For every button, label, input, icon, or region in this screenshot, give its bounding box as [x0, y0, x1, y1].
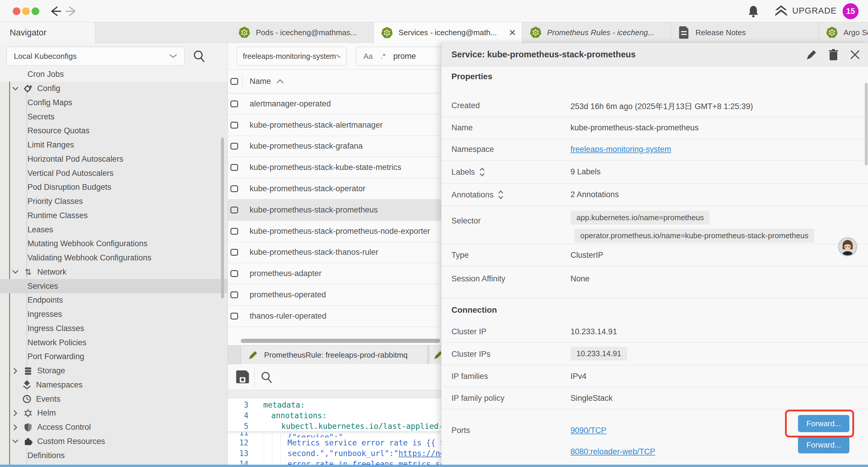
sidebar-item-mutating-webhook-configurations[interactable]: Mutating Webhook Configurations: [0, 237, 228, 251]
toolbar-divider: [254, 367, 255, 387]
navigator-panel-tab[interactable]: Navigator: [0, 22, 95, 43]
service-row[interactable]: kube-prometheus-stack-alertmanager: [228, 115, 441, 136]
service-row[interactable]: kube-prometheus-stack-kube-state-metrics: [228, 157, 441, 178]
close-tab-icon[interactable]: ✕: [509, 28, 516, 38]
name-column-header[interactable]: Name: [250, 77, 271, 86]
row-checkbox[interactable]: [230, 313, 238, 320]
row-checkbox[interactable]: [230, 228, 238, 235]
panel-scrollbar[interactable]: [865, 83, 868, 166]
service-row[interactable]: kube-prometheus-stack-operator: [228, 178, 441, 200]
sidebar-item-secrets[interactable]: Secrets: [0, 110, 228, 124]
edit-pencil-icon[interactable]: [806, 49, 817, 60]
service-row-selected[interactable]: kube-prometheus-stack-prometheus: [228, 200, 441, 221]
service-row[interactable]: prometheus-operated: [228, 284, 441, 305]
sidebar-item-vertical-pod-autoscalers[interactable]: Vertical Pod Autoscalers: [0, 166, 228, 180]
editor-tab-partial[interactable]: [429, 346, 441, 364]
tab-argo[interactable]: Argo Se: [819, 22, 868, 43]
trash-icon[interactable]: [829, 49, 838, 60]
kubernetes-icon: [529, 26, 542, 39]
port-link-9090[interactable]: 9090/TCP: [570, 426, 607, 435]
sidebar-item-ingresses[interactable]: Ingresses: [0, 308, 228, 322]
detail-panel-body: Properties Created 253d 16h 6m ago (2025…: [441, 66, 868, 467]
sidebar-item-services[interactable]: Services: [0, 279, 228, 293]
forward-port-button-8080[interactable]: Forward...: [798, 436, 849, 454]
sidebar-item-cron-jobs[interactable]: Cron Jobs: [0, 67, 228, 82]
maximize-window-button[interactable]: [32, 7, 39, 15]
sidebar-item-access-control[interactable]: Access Control: [0, 420, 228, 435]
close-window-button[interactable]: [13, 7, 20, 15]
match-case-toggle[interactable]: Aa: [363, 52, 373, 61]
service-row[interactable]: kube-prometheus-stack-thanos-ruler: [228, 242, 441, 263]
minimize-window-button[interactable]: [22, 7, 30, 15]
expand-collapse-icon[interactable]: [498, 190, 504, 200]
regex-toggle[interactable]: .*: [380, 52, 385, 61]
sidebar-item-network[interactable]: ⇅ Network: [0, 265, 228, 279]
sidebar-item-validating-webhook-configurations[interactable]: Validating Webhook Configurations: [0, 251, 228, 265]
service-row[interactable]: prometheus-adapter: [228, 263, 441, 284]
sidebar-item-priority-classes[interactable]: Priority Classes: [0, 195, 228, 209]
assistant-avatar[interactable]: [838, 237, 857, 257]
upgrade-button[interactable]: UPGRADE: [775, 5, 837, 17]
expand-collapse-icon[interactable]: [479, 167, 485, 177]
notifications-bell-icon[interactable]: [747, 5, 759, 18]
close-panel-icon[interactable]: [850, 50, 860, 60]
service-row[interactable]: kube-prometheus-stack-grafana: [228, 136, 441, 157]
sidebar-item-config-maps[interactable]: Config Maps: [0, 96, 228, 110]
port-link-8080[interactable]: 8080:reloader-web/TCP: [570, 447, 655, 456]
sidebar-item-network-policies[interactable]: Network Policies: [0, 335, 228, 350]
search-icon[interactable]: [193, 49, 206, 63]
sidebar-item-ingress-classes[interactable]: Ingress Classes: [0, 322, 228, 336]
horizontal-scrollbar[interactable]: [241, 339, 440, 343]
sidebar-item-helm[interactable]: Helm: [0, 406, 228, 420]
namespace-link[interactable]: freeleaps-monitoring-system: [570, 145, 671, 154]
sidebar-item-config[interactable]: Config: [0, 82, 228, 96]
row-checkbox[interactable]: [230, 164, 238, 171]
code-line: 5kubectl.kubernetes.io/last-applied-conf…: [228, 421, 441, 432]
back-arrow-icon[interactable]: [49, 5, 61, 17]
forward-arrow-icon[interactable]: [66, 5, 78, 17]
sidebar-item-pod-disruption-budgets[interactable]: Pod Disruption Budgets: [0, 180, 228, 195]
row-checkbox[interactable]: [230, 291, 238, 298]
row-checkbox[interactable]: [230, 185, 238, 192]
kubernetes-icon: [238, 26, 251, 39]
select-all-checkbox[interactable]: [230, 78, 238, 85]
editor-search-icon[interactable]: [260, 371, 273, 384]
service-row[interactable]: kube-prometheus-stack-prometheus-node-ex…: [228, 221, 441, 242]
service-row[interactable]: alertmanager-operated: [228, 93, 441, 115]
list-search-input[interactable]: Aa .* prome: [356, 47, 441, 66]
tab-release-notes[interactable]: Release Notes: [671, 22, 819, 43]
row-checkbox[interactable]: [230, 270, 238, 277]
row-checkbox[interactable]: [230, 143, 238, 150]
tab-pods[interactable]: Pods - icecheng@mathmas...: [231, 22, 374, 43]
sidebar-scrollbar[interactable]: [221, 138, 224, 298]
sidebar-item-definitions[interactable]: Definitions: [0, 448, 228, 463]
profile-badge[interactable]: 15: [843, 3, 859, 19]
row-checkbox[interactable]: [230, 100, 238, 107]
sidebar-item-leases[interactable]: Leases: [0, 223, 228, 237]
sidebar-item-limit-ranges[interactable]: Limit Ranges: [0, 138, 228, 152]
yaml-editor[interactable]: 3metadata: 4annotations: 5kubectl.kubern…: [228, 399, 441, 467]
detail-row-selector: Selector app.kubernetes.io/name=promethe…: [441, 206, 868, 244]
sidebar-item-endpoints[interactable]: Endpoints: [0, 293, 228, 308]
code-line: 13second.","runbook_url":"https://netop: [228, 448, 441, 459]
sidebar-item-port-forwarding[interactable]: Port Forwarding: [0, 350, 228, 364]
tab-prometheus-rules[interactable]: Prometheus Rules - icecheng...: [522, 22, 671, 43]
namespace-filter-dropdown[interactable]: freeleaps-monitoring-system: [237, 47, 346, 66]
row-checkbox[interactable]: [230, 122, 238, 128]
navigator-tree: Cron Jobs Config Config Maps Secrets Res…: [0, 67, 228, 463]
row-checkbox[interactable]: [230, 207, 238, 213]
save-icon[interactable]: [236, 370, 249, 384]
sidebar-item-namespaces[interactable]: Namespaces: [0, 378, 228, 392]
sidebar-item-storage[interactable]: Storage: [0, 364, 228, 378]
runbook-url-link[interactable]: https://netop: [399, 449, 441, 458]
sidebar-item-events[interactable]: Events: [0, 392, 228, 406]
editor-tab-prometheusrule[interactable]: PrometheusRule: freeleaps-prod-rabbitmq: [241, 346, 428, 364]
sidebar-item-custom-resources[interactable]: Custom Resources: [0, 435, 228, 449]
sidebar-item-runtime-classes[interactable]: Runtime Classes: [0, 209, 228, 223]
service-row[interactable]: thanos-ruler-operated: [228, 305, 441, 327]
tab-services[interactable]: Services - icecheng@math... ✕: [374, 22, 522, 43]
sidebar-item-horizontal-pod-autoscalers[interactable]: Horizontal Pod Autoscalers: [0, 152, 228, 167]
sidebar-item-resource-quotas[interactable]: Resource Quotas: [0, 124, 228, 138]
row-checkbox[interactable]: [230, 249, 238, 256]
kubeconfig-selector[interactable]: Local Kubeconfigs: [6, 47, 185, 66]
